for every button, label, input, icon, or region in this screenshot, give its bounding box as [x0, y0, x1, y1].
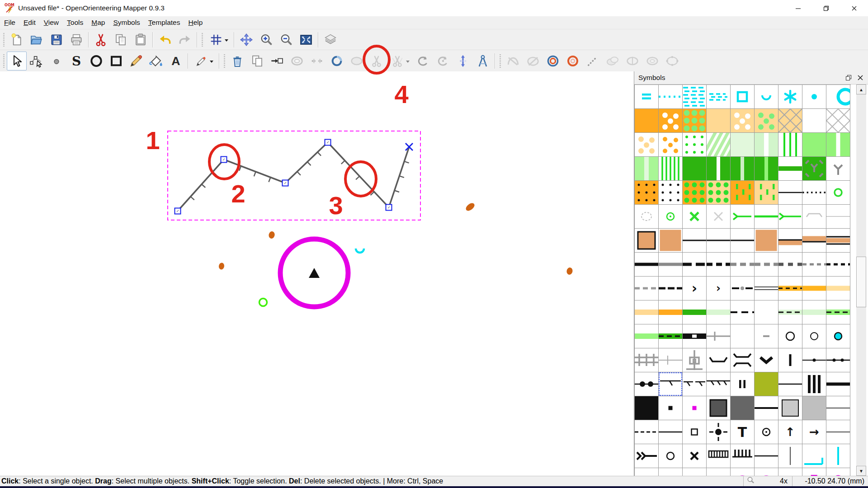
toolbar-button-cut-object[interactable] [367, 52, 387, 70]
symbol-tile-r3c5[interactable] [731, 133, 755, 157]
symbol-tile-r17c2[interactable] [659, 468, 683, 476]
close-button[interactable] [840, 0, 868, 16]
symbol-tile-r2c2[interactable] [659, 109, 683, 133]
toolbar-button-pan[interactable] [236, 30, 256, 49]
symbol-tile-r1c8[interactable] [802, 85, 826, 109]
symbol-tile-r15c6[interactable] [755, 420, 778, 444]
toolbar-button-bool-diff[interactable] [603, 52, 623, 70]
symbol-tile-r6c1[interactable] [635, 205, 659, 229]
symbol-tile-r4c2[interactable] [659, 157, 683, 181]
symbol-tile-r4c8[interactable] [802, 157, 826, 181]
toolbar-button-bool-union[interactable] [543, 52, 563, 70]
dropdown-arrow-icon[interactable] [406, 61, 410, 65]
symbol-tile-r3c6[interactable] [755, 133, 778, 157]
symbol-tile-r11c6[interactable] [755, 324, 778, 348]
menu-tools[interactable]: Tools [63, 16, 87, 29]
toolbar-button-edit-line[interactable] [27, 52, 47, 70]
symbol-tile-r17c9[interactable] [826, 468, 850, 476]
symbol-tile-r15c4[interactable] [707, 420, 731, 444]
dropdown-arrow-icon[interactable] [210, 61, 213, 65]
minimize-button[interactable] [784, 0, 812, 16]
toolbar-button-rotate-pattern[interactable] [433, 52, 453, 70]
symbol-tile-r15c8[interactable]: → [802, 420, 826, 444]
symbol-tile-r8c5[interactable] [731, 253, 755, 277]
symbol-tile-r6c7[interactable] [778, 205, 802, 229]
symbol-tile-r13c2[interactable] [659, 372, 683, 396]
symbol-tile-r11c1[interactable] [635, 324, 659, 348]
scroll-track[interactable] [856, 94, 866, 466]
symbol-tile-r6c5[interactable] [731, 205, 755, 229]
menu-help[interactable]: Help [184, 16, 207, 29]
symbol-tile-r13c1[interactable] [635, 372, 659, 396]
symbol-tile-r17c4[interactable] [707, 468, 731, 476]
symbol-tile-r2c3[interactable] [683, 109, 707, 133]
symbol-tile-r15c5[interactable]: T [731, 420, 755, 444]
symbol-tile-r11c3[interactable] [683, 324, 707, 348]
symbol-tile-r9c8[interactable] [802, 277, 826, 300]
toolbar-grip[interactable] [2, 54, 5, 68]
symbol-tile-r15c7[interactable]: ↑ [778, 420, 802, 444]
symbol-tile-r13c9[interactable] [826, 372, 850, 396]
symbol-tile-r5c4[interactable] [707, 181, 731, 205]
symbol-tile-r3c4[interactable] [707, 133, 731, 157]
symbol-tile-r10c9[interactable] [826, 300, 850, 324]
symbol-tile-r8c2[interactable] [659, 253, 683, 277]
symbol-tile-r7c7[interactable] [778, 229, 802, 253]
symbol-tile-r9c3[interactable]: › [683, 277, 707, 300]
symbol-tile-r16c6[interactable] [755, 444, 778, 468]
symbol-tile-r12c4[interactable] [707, 348, 731, 372]
toolbar-button-overprint[interactable] [321, 30, 340, 49]
toolbar-button-zoom-in[interactable] [256, 30, 276, 49]
symbol-tile-r11c7[interactable] [778, 324, 802, 348]
symbol-tile-r5c2[interactable] [659, 181, 683, 205]
symbol-tile-r7c6[interactable] [755, 229, 778, 253]
symbol-tile-r9c4[interactable]: › [707, 277, 731, 300]
symbol-tile-r7c3[interactable] [683, 229, 707, 253]
toolbar-button-scale[interactable] [453, 52, 473, 70]
symbol-tile-r11c9[interactable] [826, 324, 850, 348]
symbol-tile-r13c4[interactable] [707, 372, 731, 396]
symbol-tile-r6c9[interactable] [826, 205, 850, 229]
toolbar-button-duplicate[interactable] [247, 52, 267, 70]
symbol-tile-r1c1[interactable] [635, 85, 659, 109]
symbol-tile-r8c1[interactable] [635, 253, 659, 277]
symbol-tile-r1c2[interactable] [659, 85, 683, 109]
symbol-tile-r13c7[interactable] [778, 372, 802, 396]
toolbar-button-bool-merge[interactable] [642, 52, 662, 70]
symbol-tile-r16c2[interactable] [659, 444, 683, 468]
toolbar-button-draw-path[interactable]: S [66, 52, 86, 70]
toolbar-button-print[interactable] [66, 30, 86, 49]
symbol-tile-r15c9[interactable] [826, 420, 850, 444]
symbol-tile-r7c5[interactable] [731, 229, 755, 253]
symbol-tile-r7c4[interactable] [707, 229, 731, 253]
symbol-tile-r7c1[interactable] [635, 229, 659, 253]
symbol-tile-r5c9[interactable] [826, 181, 850, 205]
symbol-tile-r10c3[interactable] [683, 300, 707, 324]
symbol-tile-r1c5[interactable] [731, 85, 755, 109]
symbol-tile-r4c1[interactable] [635, 157, 659, 181]
toolbar-button-connect-paths[interactable] [327, 52, 347, 70]
symbol-tile-r11c4[interactable] [707, 324, 731, 348]
toolbar-button-undo[interactable] [155, 30, 175, 49]
symbol-tile-r5c7[interactable] [778, 181, 802, 205]
symbol-tile-r2c5[interactable] [731, 109, 755, 133]
menu-file[interactable]: File [0, 16, 19, 29]
toolbar-button-draw-point[interactable] [47, 52, 66, 70]
toolbar-button-draw-text[interactable]: A [166, 52, 186, 70]
toolbar-button-bool-intersect[interactable] [563, 52, 583, 70]
symbol-tile-r1c9[interactable] [826, 85, 850, 109]
toolbar-button-switch-symbol[interactable] [267, 52, 287, 70]
symbol-tile-r5c3[interactable] [683, 181, 707, 205]
toolbar-button-zoom-out[interactable] [276, 30, 296, 49]
symbol-tile-r11c2[interactable] [659, 324, 683, 348]
symbol-tile-r14c1[interactable] [635, 396, 659, 420]
toolbar-button-paste[interactable] [131, 30, 151, 49]
symbol-tile-r16c7[interactable] [778, 444, 802, 468]
toolbar-button-grid[interactable] [205, 30, 232, 49]
symbol-tile-r5c8[interactable] [802, 181, 826, 205]
symbol-tile-r4c7[interactable] [778, 157, 802, 181]
symbol-tile-r12c3[interactable] [683, 348, 707, 372]
symbol-tile-r2c9[interactable] [826, 109, 850, 133]
scroll-down-button[interactable]: ▼ [856, 466, 866, 476]
toolbar-button-switch-dashes[interactable] [307, 52, 327, 70]
